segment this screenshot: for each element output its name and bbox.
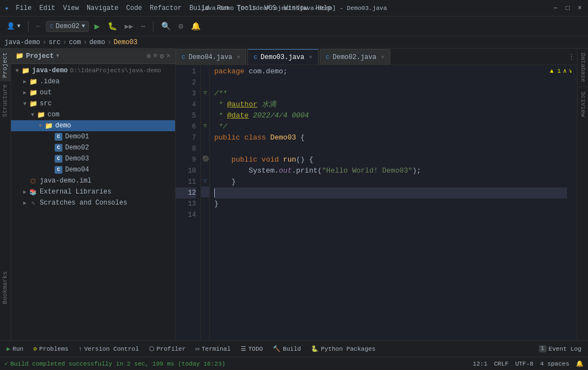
code-line-3: /** [214,88,567,99]
run-tab-icon: ▶ [7,345,10,352]
back-button[interactable]: ← [34,22,43,31]
indent-setting[interactable]: 4 spaces [540,361,569,367]
line-ending[interactable]: CRLF [494,361,508,367]
minimize-button[interactable]: − [552,4,559,12]
locate-icon[interactable]: ⊕ [147,52,151,61]
tree-scratches[interactable]: ▶ ✎ Scratches and Consoles [11,197,175,208]
code-line-7: public class Demo03 { [214,132,567,143]
menu-navigate[interactable]: Navigate [87,4,119,12]
build-tab-icon: 🔨 [273,345,280,352]
bottom-tab-vcs[interactable]: ↑ Version Control [74,342,144,356]
tree-root[interactable]: ▼ 📁 java-demo D:\IdeaProjects\java-demo [11,65,175,76]
tree-idea[interactable]: ▶ 📁 .idea [11,76,175,87]
file-tree: ▼ 📁 java-demo D:\IdeaProjects\java-demo … [11,64,175,340]
status-bar: ✓ Build completed successfully in 2 sec,… [0,357,588,370]
profiler-tab-icon: ⬡ [149,345,155,352]
menu-edit[interactable]: Edit [39,4,55,12]
event-log-badge: 1 [539,345,547,352]
more-run-options[interactable]: ⋯ [139,21,147,32]
menu-view[interactable]: View [63,4,79,12]
tree-iml[interactable]: ⬡ java-demo.iml [11,175,175,186]
breadcrumb-class[interactable]: Demo03 [114,39,137,46]
close-button[interactable]: × [576,4,584,12]
window-title: java-demo [D:\IdeaProjects\java-demo] - … [201,5,387,12]
project-panel-toggle[interactable]: Project [0,49,10,81]
bottom-tab-build[interactable]: 🔨 Build [268,342,305,356]
collapse-icon[interactable]: ≡ [153,52,158,61]
notifications-icon[interactable]: 🔔 [576,360,584,367]
encoding[interactable]: UTF-8 [515,361,533,367]
tabs-bar: C Demo04.java × C Demo03.java × C Demo02… [176,49,577,65]
tree-demo01[interactable]: C Demo01 [11,131,175,142]
settings-button[interactable]: ⚙ [176,20,185,32]
todo-tab-icon: ☰ [241,345,246,352]
profiler-tab-label: Profiler [157,346,186,352]
run-button[interactable]: ▶ [92,20,102,33]
tab-demo04-close[interactable]: × [237,54,241,61]
tab-demo03-close[interactable]: × [309,54,312,61]
event-log-label: Event Log [549,346,581,352]
menu-file[interactable]: File [15,4,31,12]
root-path: D:\IdeaProjects\java-demo [70,67,161,74]
tree-demo02[interactable]: C Demo02 [11,142,175,153]
tab-overflow[interactable]: ⋮ [568,52,575,61]
toolbar: 👤 ▼ ← C Demo02 ▼ ▶ 🐛 ▶▶ ⋯ 🔍 ⚙ 🔔 [0,17,588,36]
tree-com[interactable]: ▼ 📁 com [11,109,175,120]
tree-extlibs[interactable]: ▶ 📚 External Libraries [11,186,175,197]
breadcrumb-sep-2: › [63,39,67,46]
breadcrumb-demo[interactable]: demo [89,39,105,46]
vcs-button[interactable]: 👤 ▼ [4,21,23,31]
bookmarks-label[interactable]: Bookmarks [0,268,10,307]
code-line-12 [214,187,567,199]
tree-src[interactable]: ▼ 📁 src [11,98,175,109]
breadcrumb-project[interactable]: java-demo [4,39,40,46]
warning-nav-up[interactable]: ∧ [563,67,567,74]
panel-dropdown-icon[interactable]: ▼ [56,53,59,59]
scrollbar[interactable] [571,65,577,340]
run-with-coverage[interactable]: ▶▶ [123,21,136,32]
bottom-tab-python[interactable]: 🐍 Python Packages [306,342,380,356]
menu-refactor[interactable]: Refactor [150,4,182,12]
bottom-tab-run[interactable]: ▶ Run [2,342,28,356]
breadcrumb-com[interactable]: com [69,39,81,46]
tree-out[interactable]: ▶ 📁 out [11,87,175,98]
tree-demo03[interactable]: C Demo03 [11,153,175,164]
updates-button[interactable]: 🔔 [189,20,203,32]
panel-settings-icon[interactable]: ⚙ [160,52,164,61]
code-line-11: } [214,176,567,187]
tree-demo04[interactable]: C Demo04 [11,164,175,175]
warning-indicator[interactable]: ▲ 1 ∧ ∨ [550,67,573,74]
maximize-button[interactable]: □ [564,4,571,12]
breadcrumb-src[interactable]: src [49,39,61,46]
sciview-label[interactable]: SciView [578,87,588,121]
run-config-chevron: ▼ [82,23,85,29]
bottom-tab-terminal[interactable]: ▭ Terminal [191,342,235,356]
tab-demo03-label: Demo03.java [261,53,304,61]
bottom-tab-problems[interactable]: ⊘ Problems [29,342,72,356]
structure-label[interactable]: Structure [0,81,10,120]
run-config-icon: C [50,23,54,30]
search-everywhere[interactable]: 🔍 [159,20,173,32]
run-configuration[interactable]: C Demo02 ▼ [46,21,89,32]
editor-content[interactable]: 1 2 3 4 5 6 7 8 9 10 11 12 13 14 ▽ [176,65,577,340]
build-status-icon: ✓ [4,360,8,367]
menu-code[interactable]: Code [126,4,142,12]
breadcrumb: java-demo › src › com › demo › Demo03 [0,36,588,49]
tree-demo[interactable]: ▼ 📁 demo [11,120,175,131]
tab-demo02[interactable]: C Demo02.java × [320,49,390,65]
code-area[interactable]: package com.demo; /** * @author 水滴 * @da… [210,65,571,340]
build-status-text: Build completed successfully in 2 sec, 1… [10,361,225,367]
line-numbers: 1 2 3 4 5 6 7 8 9 10 11 12 13 14 [176,65,201,340]
event-log-button[interactable]: 1 Event Log [534,342,586,356]
close-panel-icon[interactable]: × [166,52,171,61]
database-label[interactable]: Database [578,49,588,87]
tab-demo03[interactable]: C Demo03.java × [247,49,318,65]
tab-demo04[interactable]: C Demo04.java × [176,49,246,65]
build-status: ✓ Build completed successfully in 2 sec,… [4,360,225,367]
bottom-tab-todo[interactable]: ☰ TODO [236,342,267,356]
tab-demo02-close[interactable]: × [381,54,385,61]
cursor-position[interactable]: 12:1 [473,361,487,367]
debug-button[interactable]: 🐛 [105,20,119,32]
problems-tab-icon: ⊘ [33,345,37,352]
bottom-tab-profiler[interactable]: ⬡ Profiler [145,342,190,356]
